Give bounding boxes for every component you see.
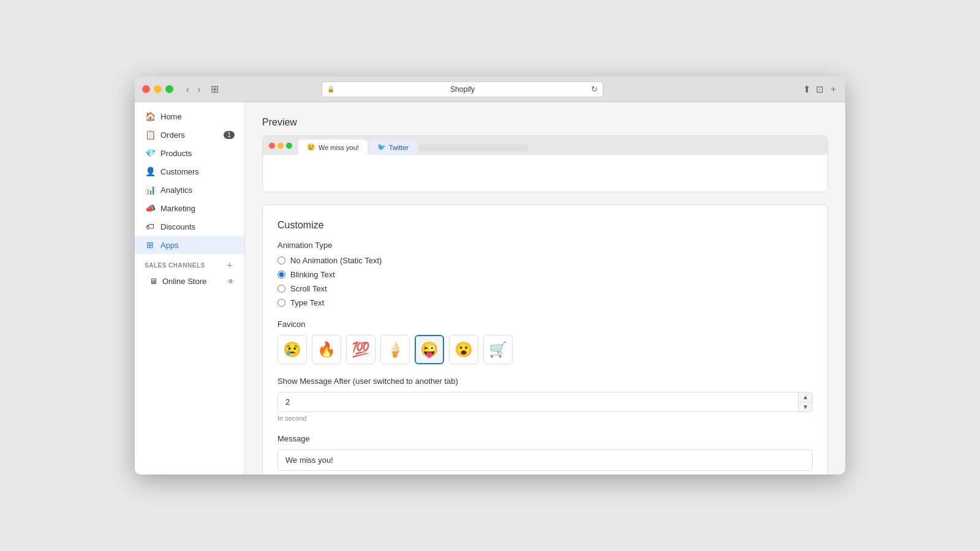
preview-section: Preview 😢 We miss you! 🐦 <box>262 117 828 192</box>
sidebar-item-discounts[interactable]: 🏷 Discounts <box>135 217 244 236</box>
tab2-text: Twitter <box>389 144 409 151</box>
number-spinners: ▲ ▼ <box>798 392 812 411</box>
radio-type-text-input[interactable] <box>277 299 285 307</box>
show-message-label: Show Message After (user switched to ano… <box>277 377 813 386</box>
customize-section: Customize Animation Type No Animation (S… <box>262 204 828 474</box>
show-message-group: Show Message After (user switched to ano… <box>277 377 813 422</box>
decrement-button[interactable]: ▼ <box>799 402 812 411</box>
tab2-icon: 🐦 <box>377 143 386 151</box>
favicon-item-1[interactable]: 🔥 <box>312 335 341 364</box>
sidebar-label-analytics: Analytics <box>160 186 192 195</box>
marketing-icon: 📣 <box>145 203 156 213</box>
preview-tab-2[interactable]: 🐦 Twitter <box>369 140 417 155</box>
radio-blinking-text[interactable]: Blinking Text <box>277 270 813 279</box>
browser-actions: ⬆ ⊡ ＋ <box>803 83 838 95</box>
show-message-input[interactable]: 2 <box>278 392 798 411</box>
split-view-button[interactable]: ⊞ <box>211 83 219 95</box>
animation-radio-group: No Animation (Static Text) Blinking Text… <box>277 256 813 307</box>
radio-no-animation-label: No Animation (Static Text) <box>290 256 382 265</box>
address-text: Shopify <box>337 85 588 94</box>
maximize-button[interactable] <box>165 85 173 93</box>
favicon-group: Favicon 😢 🔥 💯 🍦 😜 😮 🛒 <box>277 320 813 364</box>
increment-button[interactable]: ▲ <box>799 392 812 402</box>
radio-type-text[interactable]: Type Text <box>277 298 813 307</box>
sidebar-label-online-store: Online Store <box>162 277 206 286</box>
radio-no-animation[interactable]: No Animation (Static Text) <box>277 256 813 265</box>
number-input-wrapper: 2 ▲ ▼ <box>277 392 813 412</box>
sidebar-item-apps[interactable]: ⊞ Apps <box>135 236 244 254</box>
reload-button[interactable]: ↻ <box>591 84 598 94</box>
sidebar-label-orders: Orders <box>160 130 185 140</box>
message-input[interactable] <box>277 449 813 471</box>
preview-traffic-lights <box>269 143 292 152</box>
sidebar-item-online-store[interactable]: 🖥 Online Store 👁 <box>135 273 244 290</box>
preview-label: Preview <box>262 117 828 128</box>
tab1-text: We miss you! <box>318 144 359 151</box>
discounts-icon: 🏷 <box>145 222 156 231</box>
address-bar[interactable]: 🔒 Shopify ↻ <box>322 81 603 97</box>
online-store-icon: 🖥 <box>149 277 157 286</box>
radio-scroll-text-input[interactable] <box>277 285 285 293</box>
radio-scroll-text[interactable]: Scroll Text <box>277 284 813 293</box>
sales-channels-label: SALES CHANNELS <box>145 262 205 269</box>
orders-badge: 1 <box>224 131 235 139</box>
favicon-item-2[interactable]: 💯 <box>346 335 375 364</box>
lock-icon: 🔒 <box>327 86 334 92</box>
sidebar-item-marketing[interactable]: 📣 Marketing <box>135 199 244 217</box>
sidebar-item-analytics[interactable]: 📊 Analytics <box>135 181 244 199</box>
tab1-emoji: 😢 <box>307 143 315 151</box>
sidebar-label-marketing: Marketing <box>160 204 195 213</box>
browser-body: 🏠 Home 📋 Orders 1 💎 Products 👤 Customers… <box>135 102 845 474</box>
radio-blinking-text-label: Blinking Text <box>290 270 335 279</box>
sidebar-item-orders[interactable]: 📋 Orders 1 <box>135 126 244 144</box>
sidebar-label-products: Products <box>160 149 192 158</box>
visibility-icon[interactable]: 👁 <box>227 277 235 286</box>
sidebar-item-home[interactable]: 🏠 Home <box>135 107 244 126</box>
customize-title: Customize <box>277 220 813 231</box>
forward-button[interactable]: › <box>195 83 204 96</box>
share-button[interactable]: ⬆ <box>803 83 811 95</box>
products-icon: 💎 <box>145 148 156 158</box>
preview-browser: 😢 We miss you! 🐦 Twitter <box>262 135 828 192</box>
sales-channels-header: SALES CHANNELS ＋ <box>135 254 244 273</box>
animation-type-label: Animation Type <box>277 241 813 250</box>
favicon-label: Favicon <box>277 320 813 329</box>
favicon-row: 😢 🔥 💯 🍦 😜 😮 🛒 <box>277 335 813 364</box>
back-button[interactable]: ‹ <box>183 83 192 96</box>
new-tab-button[interactable]: ＋ <box>829 83 838 95</box>
analytics-icon: 📊 <box>145 185 156 195</box>
add-sales-channel-button[interactable]: ＋ <box>225 260 235 270</box>
preview-minimize <box>277 143 284 149</box>
sidebar-label-customers: Customers <box>160 167 199 176</box>
customers-icon: 👤 <box>145 167 156 176</box>
favicon-item-0[interactable]: 😢 <box>277 335 307 364</box>
reading-list-button[interactable]: ⊡ <box>816 83 824 95</box>
preview-tab-3[interactable] <box>418 144 529 151</box>
favicon-item-6[interactable]: 🛒 <box>483 335 513 364</box>
preview-tab-bar: 😢 We miss you! 🐦 Twitter <box>263 136 827 155</box>
preview-close <box>269 143 275 149</box>
favicon-item-3[interactable]: 🍦 <box>380 335 410 364</box>
browser-chrome: ‹ › ⊞ 🔒 Shopify ↻ ⬆ ⊡ ＋ <box>135 77 845 102</box>
radio-blinking-text-input[interactable] <box>277 271 285 279</box>
radio-no-animation-input[interactable] <box>277 257 285 264</box>
preview-content <box>263 155 827 192</box>
favicon-item-5[interactable]: 😮 <box>449 335 478 364</box>
minimize-button[interactable] <box>154 85 162 93</box>
sidebar-item-products[interactable]: 💎 Products <box>135 144 244 162</box>
close-button[interactable] <box>142 85 150 93</box>
sidebar-label-apps: Apps <box>160 241 179 250</box>
radio-type-text-label: Type Text <box>290 298 324 307</box>
apps-icon: ⊞ <box>145 240 156 250</box>
favicon-item-4[interactable]: 😜 <box>415 335 444 364</box>
nav-buttons: ‹ › <box>183 83 203 96</box>
home-icon: 🏠 <box>145 111 156 121</box>
radio-scroll-text-label: Scroll Text <box>290 284 327 293</box>
traffic-lights <box>142 85 173 93</box>
preview-maximize <box>286 143 292 149</box>
orders-icon: 📋 <box>145 130 156 140</box>
message-label: Message <box>277 434 813 443</box>
animation-type-group: Animation Type No Animation (Static Text… <box>277 241 813 307</box>
sidebar-item-customers[interactable]: 👤 Customers <box>135 162 244 181</box>
preview-tab-1[interactable]: 😢 We miss you! <box>298 140 368 155</box>
